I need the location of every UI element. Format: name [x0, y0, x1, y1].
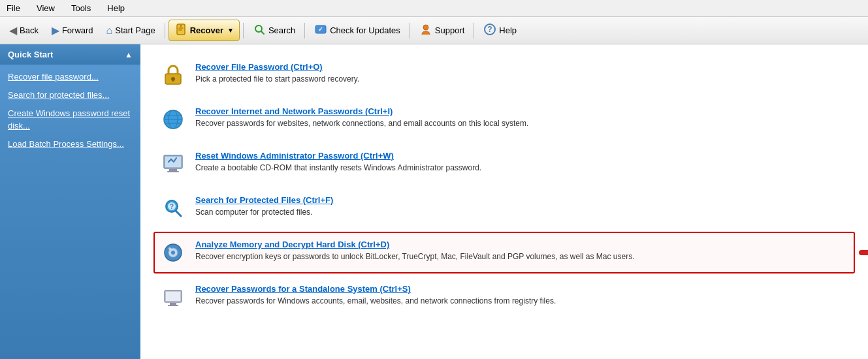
item-title-standalone[interactable]: Recover Passwords for a Standalone Syste… — [195, 284, 556, 294]
sidebar-title: Quick Start — [8, 50, 53, 59]
item-desc-search-protected: Scan computer for protected files. — [195, 207, 333, 218]
support-button[interactable]: Support — [413, 20, 471, 41]
sidebar-link-create-windows[interactable]: Create Windows password reset disk... — [8, 108, 133, 131]
svg-point-27 — [171, 251, 175, 255]
item-text-standalone: Recover Passwords for a Standalone Syste… — [195, 284, 556, 307]
item-recover-file[interactable]: Recover File Password (Ctrl+O) Pick a pr… — [153, 54, 855, 96]
svg-point-6 — [423, 25, 428, 30]
menu-help[interactable]: Help — [104, 2, 128, 14]
icon-lock — [160, 62, 186, 88]
item-title-internet[interactable]: Recover Internet and Network Passwords (… — [195, 106, 528, 116]
content-area: Recover File Password (Ctrl+O) Pick a pr… — [140, 44, 868, 359]
menu-file[interactable]: File — [3, 2, 24, 14]
item-desc-internet: Recover passwords for websites, network … — [195, 118, 528, 129]
svg-rect-19 — [169, 169, 177, 171]
search-icon — [253, 23, 266, 38]
collapse-icon[interactable]: ▲ — [125, 50, 133, 59]
svg-text:✓: ✓ — [318, 26, 323, 33]
item-title-search-protected[interactable]: Search for Protected Files (Ctrl+F) — [195, 195, 333, 205]
svg-rect-32 — [166, 292, 180, 301]
item-text-analyze: Analyze Memory and Decrypt Hard Disk (Ct… — [195, 240, 635, 262]
search-button[interactable]: Search — [247, 20, 301, 41]
item-desc-reset-admin: Create a bootable CD-ROM that instantly … — [195, 163, 481, 174]
sidebar-link-recover-file[interactable]: Recover file password... — [8, 71, 133, 83]
main-container: Quick Start ▲ Recover file password... S… — [0, 44, 868, 359]
icon-disk — [160, 240, 186, 266]
item-title-reset-admin[interactable]: Reset Windows Administrator Password (Ct… — [195, 151, 481, 161]
item-search-protected[interactable]: ? Search for Protected Files (Ctrl+F) Sc… — [153, 187, 855, 229]
item-analyze-wrapper: Analyze Memory and Decrypt Hard Disk (Ct… — [153, 232, 855, 273]
back-button[interactable]: ◀ Back — [3, 21, 44, 40]
svg-rect-11 — [172, 79, 174, 82]
item-text-search-protected: Search for Protected Files (Ctrl+F) Scan… — [195, 195, 333, 218]
svg-text:?: ? — [170, 203, 174, 210]
item-text-reset-admin: Reset Windows Administrator Password (Ct… — [195, 151, 481, 174]
recover-button[interactable]: Recover ▼ — [169, 20, 240, 41]
separator-3 — [304, 23, 305, 39]
home-icon: ⌂ — [106, 25, 113, 37]
icon-search-files: ? — [160, 195, 186, 221]
menu-bar: File View Tools Help — [0, 0, 868, 17]
item-text-recover-file: Recover File Password (Ctrl+O) Pick a pr… — [195, 62, 359, 85]
svg-point-1 — [180, 25, 182, 27]
red-arrow-indicator — [858, 241, 868, 264]
separator-5 — [474, 23, 474, 39]
svg-line-23 — [176, 211, 181, 216]
separator-4 — [410, 23, 410, 39]
recover-icon — [174, 23, 187, 38]
checkupdates-button[interactable]: ✓ Check for Updates — [308, 20, 406, 41]
support-icon — [419, 23, 432, 38]
checkupdates-icon: ✓ — [314, 23, 327, 38]
item-title-recover-file[interactable]: Recover File Password (Ctrl+O) — [195, 62, 359, 72]
svg-rect-20 — [167, 171, 179, 172]
svg-line-3 — [261, 31, 264, 34]
startpage-button[interactable]: ⌂ Start Page — [101, 22, 161, 40]
sidebar-link-search-protected[interactable]: Search for protected files... — [8, 89, 133, 101]
sidebar-header: Quick Start ▲ — [0, 44, 140, 65]
separator-1 — [165, 23, 165, 39]
separator-2 — [243, 23, 244, 39]
item-desc-standalone: Recover passwords for Windows accounts, … — [195, 296, 556, 307]
item-analyze-memory[interactable]: Analyze Memory and Decrypt Hard Disk (Ct… — [153, 232, 855, 273]
svg-rect-33 — [170, 303, 176, 305]
forward-icon: ▶ — [52, 24, 59, 37]
item-desc-recover-file: Pick a protected file to start password … — [195, 74, 359, 85]
icon-computer — [160, 151, 186, 177]
item-text-internet: Recover Internet and Network Passwords (… — [195, 106, 528, 129]
recover-dropdown-arrow[interactable]: ▼ — [227, 27, 234, 34]
toolbar: ◀ Back ▶ Forward ⌂ Start Page Recover ▼ … — [0, 17, 868, 44]
icon-standalone — [160, 284, 186, 310]
back-icon: ◀ — [9, 24, 17, 37]
item-title-analyze[interactable]: Analyze Memory and Decrypt Hard Disk (Ct… — [195, 240, 635, 249]
svg-text:?: ? — [488, 25, 492, 34]
item-recover-standalone[interactable]: Recover Passwords for a Standalone Syste… — [153, 276, 855, 318]
icon-globe — [160, 106, 186, 133]
item-reset-admin[interactable]: Reset Windows Administrator Password (Ct… — [153, 143, 855, 185]
item-desc-analyze: Recover encryption keys or passwords to … — [195, 251, 635, 262]
menu-tools[interactable]: Tools — [68, 2, 94, 14]
item-internet-passwords[interactable]: Recover Internet and Network Passwords (… — [153, 99, 855, 140]
sidebar-link-load-batch[interactable]: Load Batch Process Settings... — [8, 138, 133, 150]
help-icon: ? — [483, 23, 496, 38]
svg-rect-34 — [168, 305, 178, 306]
help-button[interactable]: ? Help — [477, 20, 522, 41]
sidebar-links: Recover file password... Search for prot… — [0, 65, 140, 161]
svg-point-28 — [169, 247, 171, 250]
menu-view[interactable]: View — [33, 2, 58, 14]
sidebar: Quick Start ▲ Recover file password... S… — [0, 44, 140, 359]
forward-button[interactable]: ▶ Forward — [46, 21, 99, 40]
